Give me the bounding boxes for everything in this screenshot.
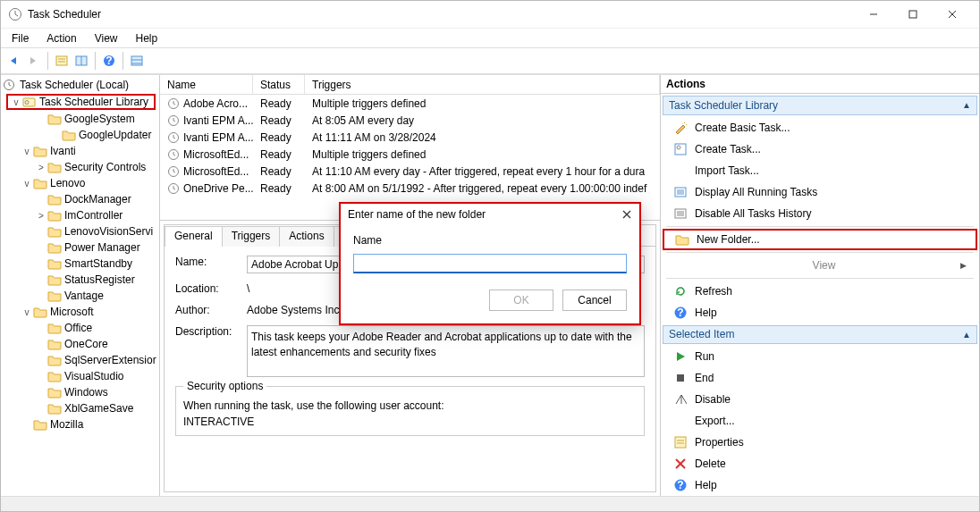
folder-icon <box>47 161 62 173</box>
action-import-task[interactable]: Import Task... <box>663 160 977 181</box>
col-triggers[interactable]: Triggers <box>305 75 660 94</box>
props-toolbar-icon[interactable] <box>52 51 72 71</box>
menu-help[interactable]: Help <box>129 30 165 46</box>
tree-item[interactable]: vLenovo <box>1 175 159 191</box>
minimize-button[interactable] <box>854 2 893 27</box>
wand-icon <box>673 121 688 135</box>
task-status: Ready <box>253 182 305 195</box>
tree-item[interactable]: Windows <box>1 384 159 400</box>
tree-item[interactable]: XblGameSave <box>1 400 159 416</box>
action-view[interactable]: View▶ <box>663 255 977 276</box>
task-row[interactable]: Ivanti EPM A...ReadyAt 11:11 AM on 3/28/… <box>160 129 660 146</box>
task-row[interactable]: MicrosoftEd...ReadyAt 11:10 AM every day… <box>160 163 660 180</box>
task-name: MicrosoftEd... <box>183 165 249 178</box>
tab-general[interactable]: General <box>165 226 223 247</box>
tree-item[interactable]: >ImController <box>1 207 159 223</box>
tree-item-label: Mozilla <box>50 418 83 431</box>
action-help[interactable]: ?Help <box>663 302 977 323</box>
action-new-folder[interactable]: New Folder... <box>663 229 977 250</box>
tree-library[interactable]: v Task Scheduler Library <box>6 94 156 110</box>
dialog-name-input[interactable] <box>353 254 627 273</box>
description-field[interactable]: This task keeps your Adobe Reader and Ac… <box>247 325 645 377</box>
nav-tree[interactable]: Task Scheduler (Local) v Task Scheduler … <box>1 75 160 496</box>
dialog-cancel-button[interactable]: Cancel <box>562 290 627 311</box>
tree-item[interactable]: VisualStudio <box>1 368 159 384</box>
expander-icon[interactable]: v <box>21 307 33 317</box>
tree-item[interactable]: LenovoVisionServi <box>1 223 159 239</box>
task-list-header[interactable]: Name Status Triggers <box>160 75 660 95</box>
tree-item[interactable]: vIvanti <box>1 143 159 159</box>
tree-root[interactable]: Task Scheduler (Local) <box>1 77 159 93</box>
tree-item[interactable]: vMicrosoft <box>1 304 159 320</box>
close-button[interactable] <box>933 2 972 27</box>
action-create-task[interactable]: Create Task... <box>663 138 977 160</box>
maximize-button[interactable] <box>893 2 933 27</box>
action-run[interactable]: Run <box>663 346 977 367</box>
tree-item[interactable]: Vantage <box>1 288 159 304</box>
expander-icon[interactable]: > <box>35 211 47 221</box>
action-end[interactable]: End <box>663 367 977 389</box>
col-status[interactable]: Status <box>253 75 305 94</box>
expander-icon[interactable]: > <box>35 163 47 172</box>
tree-item[interactable]: OneCore <box>1 336 159 352</box>
task-triggers: At 11:10 AM every day - After triggered,… <box>305 165 660 178</box>
tree-item-label: LenovoVisionServi <box>64 225 153 238</box>
svg-rect-1 <box>909 11 917 18</box>
task-name: Ivanti EPM A... <box>183 114 253 127</box>
action-properties[interactable]: Properties <box>663 432 977 453</box>
tree-item[interactable]: >Security Controls <box>1 159 159 175</box>
tree-item[interactable]: StatusRegister <box>1 272 159 288</box>
tab-triggers[interactable]: Triggers <box>222 226 281 247</box>
col-name[interactable]: Name <box>160 75 253 94</box>
tree-item[interactable]: Office <box>1 320 159 336</box>
disable2-icon <box>673 392 688 407</box>
menu-action[interactable]: Action <box>39 30 83 46</box>
menu-file[interactable]: File <box>4 30 36 46</box>
dialog-ok-button[interactable]: OK <box>489 290 553 311</box>
end-icon <box>673 371 688 385</box>
action-refresh[interactable]: Refresh <box>663 281 977 302</box>
tree-item[interactable]: GoogleSystem <box>1 111 159 127</box>
action-disable[interactable]: Disable <box>663 389 977 410</box>
action-label: Create Basic Task... <box>695 122 790 134</box>
actions-library-heading[interactable]: Task Scheduler Library ▲ <box>663 96 977 114</box>
task-row[interactable]: Adobe Acro...ReadyMultiple triggers defi… <box>160 95 660 112</box>
dialog-close-icon[interactable] <box>621 209 632 220</box>
collapse-icon[interactable]: ▲ <box>962 330 971 340</box>
tree-item[interactable]: GoogleUpdater <box>1 127 159 143</box>
clock-icon <box>167 131 180 144</box>
tree-item[interactable]: SqlServerExtensior <box>1 352 159 368</box>
task-row[interactable]: MicrosoftEd...ReadyMultiple triggers def… <box>160 146 660 163</box>
expander-icon[interactable]: v <box>21 147 33 156</box>
collapse-icon[interactable]: ▲ <box>962 100 971 110</box>
tree-item[interactable]: SmartStandby <box>1 256 159 272</box>
help-toolbar-icon[interactable]: ? <box>99 51 119 71</box>
task-row[interactable]: OneDrive Pe...ReadyAt 8:00 AM on 5/1/199… <box>160 180 660 197</box>
folder-icon <box>47 402 62 415</box>
action-delete[interactable]: Delete <box>663 453 977 474</box>
tree-item-label: StatusRegister <box>64 273 135 286</box>
titlebar: Task Scheduler <box>1 1 979 28</box>
grid-toolbar-icon[interactable] <box>127 51 147 71</box>
back-button[interactable] <box>4 51 24 71</box>
tree-item-label: SmartStandby <box>64 257 132 270</box>
expander-icon[interactable]: v <box>10 97 22 107</box>
actions-selected-heading[interactable]: Selected Item ▲ <box>663 325 977 344</box>
horizontal-scrollbar[interactable] <box>1 496 979 511</box>
action-disable-all-tasks-history[interactable]: Disable All Tasks History <box>663 203 977 224</box>
tree-item[interactable]: DockManager <box>1 191 159 207</box>
forward-button[interactable] <box>24 51 44 71</box>
task-triggers: Multiple triggers defined <box>305 97 660 110</box>
action-display-all-running-tasks[interactable]: Display All Running Tasks <box>663 181 977 203</box>
action-create-basic-task[interactable]: Create Basic Task... <box>663 117 977 138</box>
tree-item[interactable]: Mozilla <box>1 416 159 432</box>
tab-actions[interactable]: Actions <box>279 226 334 247</box>
action-help[interactable]: ?Help <box>663 474 977 496</box>
task-row[interactable]: Ivanti EPM A...ReadyAt 8:05 AM every day <box>160 112 660 129</box>
tree-item[interactable]: Power Manager <box>1 239 159 256</box>
action-export[interactable]: Export... <box>663 410 977 432</box>
menu-view[interactable]: View <box>88 30 125 46</box>
expander-icon[interactable]: v <box>21 179 33 189</box>
pane-toolbar-icon[interactable] <box>72 51 91 71</box>
task-list[interactable]: Name Status Triggers Adobe Acro...ReadyM… <box>160 75 660 221</box>
